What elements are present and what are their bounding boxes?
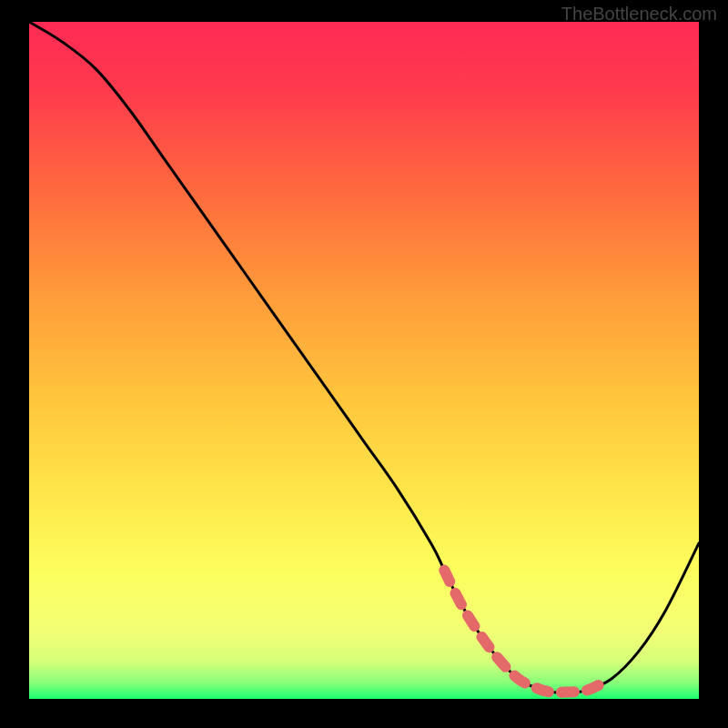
curve-layer xyxy=(29,22,699,699)
optimal-region-highlight xyxy=(444,571,598,693)
bottleneck-curve xyxy=(29,22,699,693)
plot-area xyxy=(29,22,699,699)
watermark-text: TheBottleneck.com xyxy=(561,4,717,25)
